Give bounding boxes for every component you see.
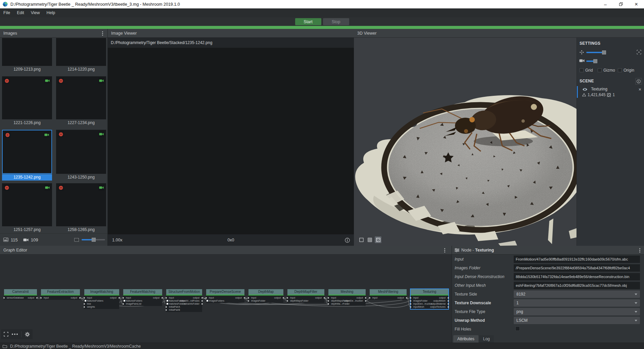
camera-speed-slider-handle[interactable]: [593, 59, 597, 63]
more-options-icon[interactable]: [12, 334, 18, 335]
image-thumbnail[interactable]: [56, 76, 106, 119]
solid-mode-icon[interactable]: [358, 236, 365, 243]
graph-node-texturing[interactable]: TexturinginputoutputimagesFolderoutputMe…: [411, 289, 448, 309]
input-port[interactable]: [248, 297, 249, 299]
output-port[interactable]: [406, 297, 407, 299]
input-port[interactable]: [287, 297, 288, 299]
input-port[interactable]: [328, 303, 329, 305]
input-port[interactable]: [369, 297, 370, 299]
output-port[interactable]: [365, 300, 366, 302]
menu-item-view[interactable]: View: [28, 8, 43, 17]
output-port[interactable]: [244, 297, 245, 299]
fit-view-icon[interactable]: [637, 50, 641, 54]
output-port[interactable]: [36, 297, 38, 299]
menu-item-help[interactable]: Help: [43, 8, 59, 17]
attribute-dropdown[interactable]: png: [514, 308, 640, 315]
textured-mode-icon[interactable]: [375, 236, 381, 243]
attribute-value-field[interactable]: 88dda1530b5174fa732fda14eae9eb489e56/den…: [514, 273, 640, 280]
input-port[interactable]: [410, 297, 411, 299]
input-port[interactable]: [410, 303, 411, 305]
wireframe-mode-icon[interactable]: [366, 236, 373, 243]
images-menu-icon[interactable]: [100, 31, 105, 36]
close-button[interactable]: ×: [629, 0, 644, 8]
image-thumbnail[interactable]: [2, 183, 52, 226]
grid-checkbox[interactable]: [580, 68, 584, 72]
input-port[interactable]: [205, 297, 207, 299]
graph-node-meshfiltering[interactable]: MeshFilteringinputoutput: [370, 289, 407, 300]
graph-canvas[interactable]: CameraInitsensorDatabaseoutputFeatureExt…: [0, 255, 452, 343]
output-port[interactable]: [201, 300, 203, 302]
graph-node-structurefrommotion[interactable]: StructureFromMotioninputoutputfeaturesFo…: [166, 289, 202, 312]
output-port[interactable]: [324, 297, 325, 299]
tab-attributes[interactable]: Attributes: [453, 335, 478, 343]
graph-node-depthmapfilter[interactable]: DepthMapFilterinputoutputdepthMapsFolder: [287, 289, 324, 303]
image-viewer-canvas[interactable]: [108, 48, 354, 234]
attribute-value-field[interactable]: FromMotion/47ad5e90ffb8ad091912e32ffc160…: [514, 256, 640, 263]
graph-settings-gear-icon[interactable]: [25, 332, 30, 337]
input-port[interactable]: [328, 297, 329, 299]
graph-editor-menu-icon[interactable]: [442, 248, 447, 253]
fit-graph-icon[interactable]: [4, 332, 8, 337]
graph-node-featureextraction[interactable]: FeatureExtractioninputoutput: [41, 289, 80, 300]
gizmo-checkbox[interactable]: [598, 68, 602, 72]
input-port[interactable]: [84, 306, 85, 308]
image-thumbnail[interactable]: [2, 38, 52, 66]
output-port[interactable]: [448, 303, 449, 305]
input-port[interactable]: [123, 297, 124, 299]
start-button[interactable]: Start: [295, 18, 321, 25]
remove-media-icon[interactable]: ×: [639, 87, 641, 92]
input-port[interactable]: [124, 300, 125, 302]
fill-holes-checkbox[interactable]: [515, 326, 520, 331]
node-panel-menu-icon[interactable]: [637, 248, 642, 253]
input-port[interactable]: [410, 300, 411, 302]
image-thumbnail[interactable]: [2, 130, 52, 174]
graph-node-preparedensescene[interactable]: PrepareDenseSceneinputoutputimagesFolder…: [206, 289, 244, 303]
input-port[interactable]: [123, 303, 124, 305]
display-option-grid[interactable]: Grid: [580, 68, 593, 73]
tab-log[interactable]: Log: [479, 335, 494, 343]
thumbnail-size-slider[interactable]: [82, 239, 105, 240]
graph-node-featurematching[interactable]: FeatureMatchinginputoutputfeaturesFolder…: [123, 289, 162, 306]
attribute-value-field[interactable]: /PrepareDenseScene/9e3922f884d08594a758a…: [514, 264, 640, 272]
input-port[interactable]: [287, 300, 288, 302]
input-port[interactable]: [40, 297, 42, 299]
input-port[interactable]: [206, 300, 208, 302]
input-port[interactable]: [166, 309, 167, 311]
menu-item-file[interactable]: File: [0, 8, 13, 17]
output-port[interactable]: [365, 297, 366, 299]
graph-node-camerainit[interactable]: CameraInitsensorDatabaseoutput: [4, 289, 37, 300]
display-option-gizmo[interactable]: Gizmo: [598, 68, 615, 73]
image-thumbnail[interactable]: [56, 183, 106, 226]
input-port[interactable]: [166, 297, 167, 299]
output-port[interactable]: [283, 297, 284, 299]
input-port[interactable]: [410, 306, 411, 308]
restore-button[interactable]: [613, 0, 629, 8]
minimize-button[interactable]: –: [598, 0, 613, 8]
graph-node-imagematching[interactable]: ImageMatchinginputoutputfeaturesFolderst…: [84, 289, 119, 309]
output-port[interactable]: [448, 300, 449, 302]
image-info-icon[interactable]: [345, 238, 350, 243]
output-port[interactable]: [201, 297, 203, 299]
input-port[interactable]: [85, 300, 86, 302]
output-port[interactable]: [119, 297, 120, 299]
output-port[interactable]: [448, 297, 449, 299]
attribute-dropdown[interactable]: LSCM: [514, 317, 640, 324]
attribute-value-field[interactable]: eshFiltering/7bfaf726f867a1c0f26df6d829c…: [514, 282, 640, 289]
input-port[interactable]: [167, 303, 168, 305]
input-port[interactable]: [84, 303, 85, 305]
stop-button[interactable]: Stop: [323, 18, 349, 25]
output-port[interactable]: [201, 303, 203, 305]
attribute-dropdown[interactable]: 1: [514, 299, 640, 307]
thumbnail-size-slider-handle[interactable]: [92, 238, 96, 242]
point-size-slider-handle[interactable]: [602, 50, 606, 54]
image-thumbnail[interactable]: [56, 130, 106, 174]
scene-info-icon[interactable]: [635, 78, 642, 85]
scene-media-item[interactable]: Texturing × 1,421,645 1: [577, 86, 644, 98]
display-option-origin[interactable]: Origin: [618, 68, 634, 73]
image-thumbnail[interactable]: [2, 76, 52, 119]
input-port[interactable]: [248, 300, 249, 302]
visibility-eye-icon[interactable]: [582, 87, 588, 91]
graph-node-meshing[interactable]: MeshinginputoutputdepthMapsFolderoutputD…: [328, 289, 366, 306]
menu-item-edit[interactable]: Edit: [13, 8, 28, 17]
input-port[interactable]: [328, 300, 329, 302]
